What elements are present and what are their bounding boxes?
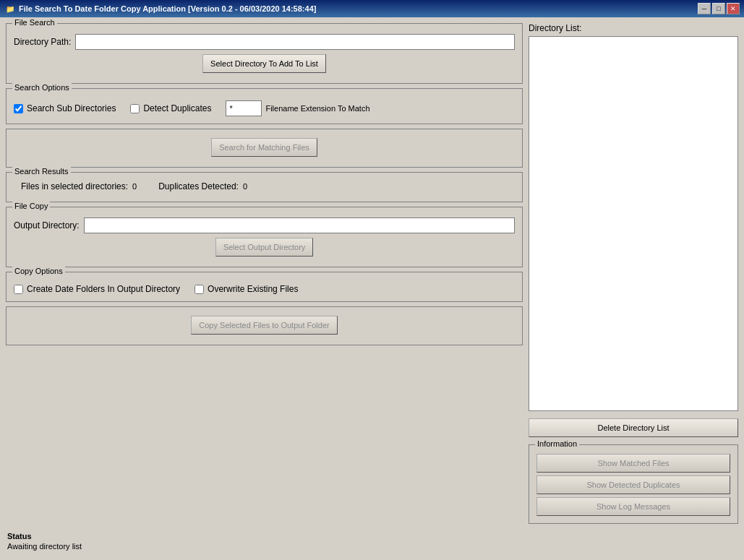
overwrite-existing-row: Overwrite Existing Files [194,284,298,294]
search-files-button[interactable]: Search for Matching Files [211,138,317,157]
main-window: File Search Directory Path: Select Direc… [0,17,744,560]
files-in-dirs-value: 0 [132,182,137,191]
detect-duplicates-row: Detect Duplicates [130,103,211,113]
show-detected-duplicates-button[interactable]: Show Detected Duplicates [536,475,730,494]
directory-list-label: Directory List: [529,23,738,33]
search-results-title: Search Results [12,167,71,176]
select-output-btn-container: Select Output Directory [14,238,515,257]
app-icon: 📁 [4,3,16,14]
delete-directory-list-button[interactable]: Delete Directory List [529,418,738,437]
directory-list-box[interactable] [529,36,738,411]
detect-duplicates-checkbox[interactable] [130,104,140,113]
file-search-title: File Search [12,18,57,27]
create-date-folders-row: Create Date Folders In Output Directory [14,284,180,294]
duplicates-detected-label: Duplicates Detected: [158,181,239,191]
status-value: Awaiting directory list [7,542,82,551]
filename-ext-input[interactable] [226,100,262,116]
maximize-button[interactable]: □ [712,3,725,14]
copy-options-title: Copy Options [12,267,65,275]
overwrite-existing-label: Overwrite Existing Files [208,284,298,294]
search-sub-dirs-label: Search Sub Directories [27,103,116,113]
duplicates-detected-value: 0 [243,182,247,191]
search-btn-container: Search for Matching Files [14,138,515,157]
search-options-group: Search Options Search Sub Directories De… [6,88,523,124]
copy-files-button[interactable]: Copy Selected Files to Output Folder [191,316,337,335]
select-directory-btn-container: Select Directory To Add To List [14,54,515,73]
search-btn-group: Search for Matching Files [6,129,523,168]
copy-options-row: Create Date Folders In Output Directory … [14,284,515,294]
content-area: File Search Directory Path: Select Direc… [6,23,738,524]
show-matched-files-button[interactable]: Show Matched Files [536,454,730,473]
status-label-row: Status [7,531,737,541]
title-bar: 📁 File Search To Date Folder Copy Applic… [0,0,744,17]
select-directory-button[interactable]: Select Directory To Add To List [202,54,326,73]
detect-duplicates-label: Detect Duplicates [143,103,211,113]
left-panel: File Search Directory Path: Select Direc… [6,23,523,524]
directory-path-row: Directory Path: [14,34,515,50]
search-options-title: Search Options [12,83,72,92]
file-copy-title: File Copy [12,202,50,210]
copy-options-group: Copy Options Create Date Folders In Outp… [6,272,523,302]
file-search-group: File Search Directory Path: Select Direc… [6,23,523,84]
filename-ext-row: Filename Extension To Match [226,100,369,116]
copy-btn-group: Copy Selected Files to Output Folder [6,306,523,345]
files-in-dirs-item: Files in selected directories: 0 [21,181,137,191]
select-output-button[interactable]: Select Output Directory [215,238,314,257]
minimize-button[interactable]: ─ [698,3,711,14]
title-bar-buttons: ─ □ ✕ [698,3,740,14]
filename-ext-label: Filename Extension To Match [265,104,369,113]
files-in-dirs-label: Files in selected directories: [21,181,128,191]
info-buttons-container: Show Matched Files Show Detected Duplica… [536,454,730,516]
output-dir-row: Output Directory: [14,217,515,233]
close-button[interactable]: ✕ [727,3,740,14]
duplicates-detected-item: Duplicates Detected: 0 [158,181,247,191]
output-dir-input[interactable] [84,217,515,233]
output-dir-label: Output Directory: [14,220,80,231]
overwrite-existing-checkbox[interactable] [194,285,204,294]
search-sub-dirs-checkbox[interactable] [14,104,23,113]
create-date-folders-checkbox[interactable] [14,285,23,294]
delete-dir-btn-container: Delete Directory List [529,418,738,437]
show-log-messages-button[interactable]: Show Log Messages [536,497,730,516]
window-title: File Search To Date Folder Copy Applicat… [19,4,698,13]
create-date-folders-label: Create Date Folders In Output Directory [27,284,180,294]
copy-btn-container: Copy Selected Files to Output Folder [14,316,515,335]
info-group: Information Show Matched Files Show Dete… [529,444,738,524]
file-copy-group: File Copy Output Directory: Select Outpu… [6,207,523,267]
dir-list-section: Directory List: [529,23,738,411]
search-options-row: Search Sub Directories Detect Duplicates… [14,100,515,116]
directory-path-input[interactable] [75,34,515,50]
directory-path-label: Directory Path: [14,37,71,47]
status-label: Status [7,532,32,540]
search-results-group: Search Results Files in selected directo… [6,172,523,202]
search-results-row: Files in selected directories: 0 Duplica… [14,178,515,194]
status-value-row: Awaiting directory list [7,541,737,551]
right-panel: Directory List: Delete Directory List In… [529,23,738,524]
search-sub-dirs-row: Search Sub Directories [14,103,116,113]
status-section: Status Awaiting directory list [6,528,738,554]
info-group-title: Information [535,439,579,448]
